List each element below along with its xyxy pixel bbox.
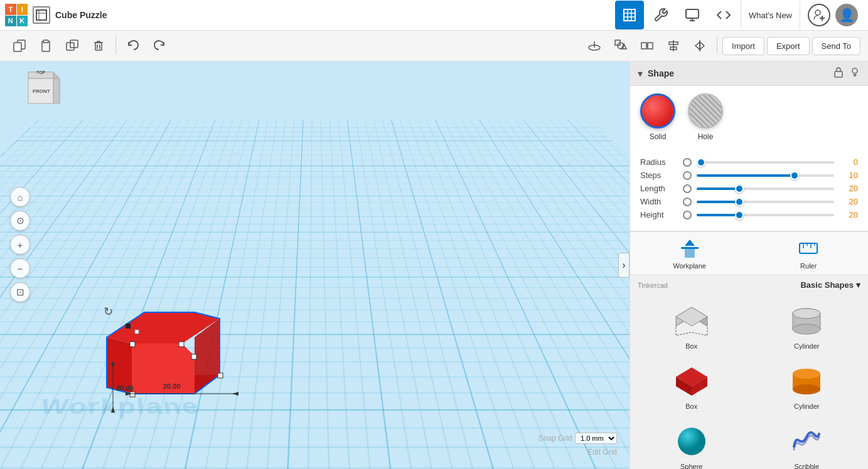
- group-btn[interactable]: [635, 34, 659, 58]
- shape-thumb-cyl-orange: [781, 362, 832, 400]
- logo-k: K: [17, 16, 28, 27]
- shape-thumb-box-wire: [667, 302, 717, 340]
- dropdown-arrow-icon: ▾: [856, 280, 860, 290]
- perspective-btn[interactable]: ⊡: [10, 282, 30, 302]
- svg-marker-59: [53, 78, 60, 103]
- radius-circle[interactable]: [683, 158, 692, 167]
- snap-grid-label: Snap Grid: [538, 434, 572, 443]
- height-circle[interactable]: [683, 211, 692, 219]
- ruler-button[interactable]: Ruler: [749, 232, 869, 275]
- paste-button[interactable]: [34, 34, 58, 58]
- library-dropdown[interactable]: Basic Shapes ▾: [800, 280, 860, 290]
- height-slider[interactable]: [697, 214, 834, 216]
- shape-item-cyl-wire[interactable]: Cylinder: [751, 297, 864, 355]
- solid-option[interactable]: Solid: [640, 93, 675, 141]
- radius-row: Radius 0: [640, 157, 858, 167]
- svg-marker-53: [111, 406, 115, 413]
- nav-code-btn[interactable]: [709, 1, 738, 29]
- viewport[interactable]: Workplane ↻: [0, 61, 630, 469]
- library-source: Tinkercad: [638, 282, 668, 289]
- width-slider[interactable]: [697, 201, 834, 203]
- shape-panel-header: ▾ Shape: [630, 61, 868, 86]
- svg-marker-65: [685, 240, 695, 246]
- view-cube[interactable]: TOP FRONT: [13, 69, 63, 119]
- workplane-view-btn[interactable]: [582, 34, 606, 58]
- shape-thumb-box-red: [667, 362, 717, 400]
- undo-button[interactable]: [121, 34, 145, 58]
- workplane-ruler-row: Workplane Ruler: [630, 232, 868, 275]
- shape-item-box-red[interactable]: Box: [635, 357, 748, 415]
- whats-new-button[interactable]: What's New: [741, 1, 800, 29]
- user-avatar[interactable]: 👤: [835, 4, 858, 26]
- toolbar-divider-1: [115, 37, 116, 55]
- zoom-in-btn[interactable]: +: [10, 234, 30, 255]
- shapes-btn[interactable]: [609, 34, 633, 58]
- height-value: 20: [839, 210, 858, 219]
- workplane-button[interactable]: Workplane: [630, 232, 749, 275]
- zoom-out-btn[interactable]: −: [10, 258, 30, 278]
- svg-marker-52: [111, 362, 115, 369]
- export-button[interactable]: Export: [767, 37, 810, 55]
- radius-label: Radius: [640, 157, 678, 167]
- svg-marker-48: [126, 392, 132, 396]
- svg-point-78: [793, 324, 820, 334]
- add-user-button[interactable]: [808, 4, 830, 26]
- toolbar-right: Import Export Send To: [582, 34, 860, 58]
- shape-thumb-scribble: [781, 423, 832, 460]
- steps-circle[interactable]: [683, 171, 692, 180]
- steps-slider[interactable]: [697, 174, 834, 177]
- length-value: 20: [839, 184, 858, 193]
- send-to-button[interactable]: Send To: [812, 37, 860, 55]
- width-circle[interactable]: [683, 198, 692, 206]
- radius-slider[interactable]: [697, 161, 834, 164]
- snap-grid-control: Snap Grid 1.0 mm: [538, 433, 617, 444]
- width-label: Width: [640, 197, 678, 206]
- fit-view-btn[interactable]: ⊙: [10, 211, 30, 231]
- svg-rect-0: [36, 10, 46, 20]
- svg-text:TOP: TOP: [36, 70, 46, 75]
- collapse-shape-btn[interactable]: ▾: [638, 68, 643, 80]
- duplicate-button[interactable]: [60, 34, 84, 58]
- shape-item-sphere-teal[interactable]: Sphere: [635, 418, 748, 469]
- svg-rect-66: [685, 249, 695, 258]
- shape-label-box-red: Box: [685, 403, 697, 410]
- shape-item-cyl-orange[interactable]: Cylinder: [751, 357, 864, 415]
- shape-thumb-cyl-wire: [781, 302, 832, 340]
- flip-btn[interactable]: [688, 34, 712, 58]
- shape-label-cyl-wire: Cylinder: [794, 342, 819, 350]
- library-header: Tinkercad Basic Shapes ▾: [630, 275, 868, 295]
- tinkercad-logo[interactable]: T I N K: [5, 4, 28, 26]
- import-button[interactable]: Import: [722, 37, 764, 55]
- delete-button[interactable]: [87, 34, 110, 58]
- dimension-lines: 20.00 20.00: [100, 356, 289, 431]
- height-row: Height 20: [640, 210, 858, 219]
- nav-projects-btn[interactable]: [678, 1, 707, 29]
- main-area: Workplane ↻: [0, 61, 868, 469]
- nav-tools-btn[interactable]: [646, 1, 675, 29]
- length-slider[interactable]: [697, 187, 834, 190]
- shapes-grid: Box Cylin: [630, 295, 868, 469]
- ruler-btn-label: Ruler: [800, 262, 817, 270]
- redo-button[interactable]: [147, 34, 171, 58]
- align-btn[interactable]: [662, 34, 685, 58]
- hole-option[interactable]: Hole: [688, 93, 723, 141]
- svg-rect-15: [43, 40, 48, 43]
- solid-label: Solid: [650, 132, 667, 141]
- copy-button[interactable]: [8, 34, 31, 58]
- edit-grid-btn[interactable]: Edit Grid: [587, 448, 617, 456]
- shape-item-box-wire[interactable]: Box: [635, 297, 748, 355]
- lightbulb-icon[interactable]: [849, 66, 860, 80]
- home-view-btn[interactable]: ⌂: [10, 187, 30, 207]
- shape-item-scribble[interactable]: Scribble: [751, 418, 864, 469]
- project-name: Cube Puzzle: [55, 10, 330, 20]
- right-panel: ▾ Shape Solid Hole: [630, 61, 868, 469]
- lock-icon[interactable]: [833, 66, 844, 80]
- workplane-icon: [678, 237, 701, 260]
- nav-3d-view-btn[interactable]: [615, 1, 644, 29]
- length-circle[interactable]: [683, 184, 692, 193]
- shape-label-cyl-orange: Cylinder: [794, 403, 819, 410]
- svg-text:↻: ↻: [104, 305, 113, 318]
- expand-panel-btn[interactable]: ›: [618, 253, 630, 278]
- snap-value-select[interactable]: 1.0 mm: [575, 433, 617, 444]
- width-row: Width 20: [640, 197, 858, 206]
